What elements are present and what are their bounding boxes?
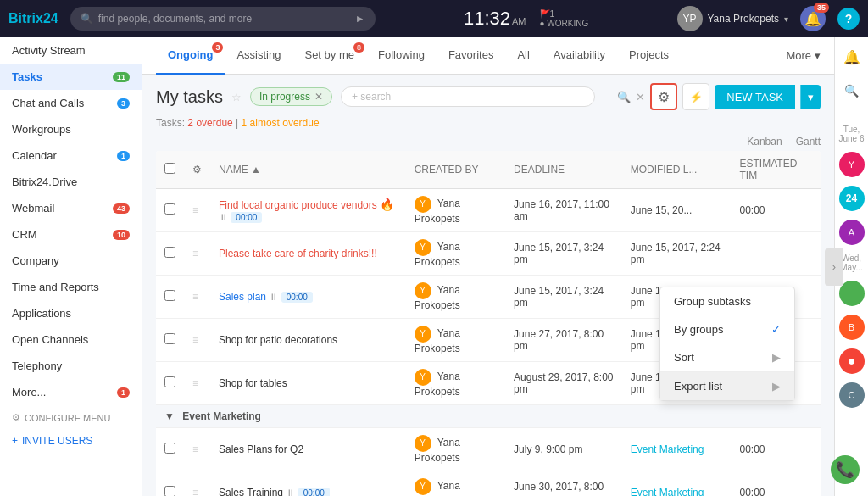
row-checkbox[interactable] <box>164 443 175 454</box>
filter-pill[interactable]: In progress ✕ <box>250 87 332 106</box>
sidebar-item-webmail[interactable]: Webmail 43 <box>0 195 142 221</box>
sidebar-item-company[interactable]: Company <box>0 248 142 274</box>
drag-handle-icon[interactable]: ≡ <box>192 334 198 346</box>
sidebar-item-crm[interactable]: CRM 10 <box>0 221 142 248</box>
settings-dropdown: Group subtasks By groups ✓ Sort ▶ Export… <box>659 287 795 401</box>
row-checkbox[interactable] <box>164 290 175 301</box>
creator-avatar: Y <box>415 435 431 452</box>
search-input[interactable] <box>98 13 355 25</box>
tab-projects[interactable]: Projects <box>617 37 681 75</box>
invite-users[interactable]: + INVITE USERS <box>0 430 142 452</box>
tab-set-by-me[interactable]: Set by me 8 <box>292 37 366 75</box>
right-search-button[interactable]: 🔍 <box>839 78 865 103</box>
clock-ampm: AM <box>512 16 526 26</box>
right-avatar-2[interactable]: A <box>839 220 865 245</box>
gear-icon: ⚙ <box>12 412 20 423</box>
col-estimated: ESTIMATED TIM <box>732 151 821 189</box>
tab-more[interactable]: More ▾ <box>786 49 821 62</box>
sidebar-item-drive[interactable]: Bitrix24.Drive <box>0 169 142 195</box>
sidebar-item-tasks[interactable]: Tasks 11 <box>0 64 142 90</box>
event-tag[interactable]: Event Marketing <box>631 487 704 496</box>
table-header-row: ⚙ NAME ▲ CREATED BY DEADLINE MODIFIED L.… <box>156 151 821 189</box>
new-task-dropdown-button[interactable]: ▾ <box>800 85 821 109</box>
column-settings-icon[interactable]: ⚙ <box>192 164 202 176</box>
phone-button[interactable]: 📞 <box>831 455 860 484</box>
sidebar-item-time-reports[interactable]: Time and Reports <box>0 274 142 300</box>
task-name[interactable]: Sales Plans for Q2 <box>219 443 303 455</box>
topnav-center: 11:32 AM 🚩1 ● WORKING <box>376 9 677 28</box>
row-checkbox[interactable] <box>164 247 175 258</box>
quick-action-button[interactable]: ⚡ <box>682 83 709 110</box>
tab-following[interactable]: Following <box>366 37 437 75</box>
new-task-button[interactable]: NEW TASK <box>715 85 795 109</box>
pause-icon: ⏸ <box>286 488 295 496</box>
sidebar-item-calendar[interactable]: Calendar 1 <box>0 142 142 169</box>
time-tag: 00:00 <box>281 292 313 303</box>
select-all-checkbox[interactable] <box>164 163 175 174</box>
task-name[interactable]: Shop for tables <box>219 377 287 389</box>
tab-availability[interactable]: Availability <box>542 37 617 75</box>
right-avatar-4[interactable]: C <box>839 382 865 408</box>
configure-menu[interactable]: ⚙ CONFIGURE MENU <box>0 405 142 430</box>
gantt-view-toggle[interactable]: Gantt <box>796 136 821 148</box>
sidebar-item-telephony[interactable]: Telephony <box>0 353 142 379</box>
task-name[interactable]: Sales Training <box>219 487 283 496</box>
right-avatar-1[interactable]: Y <box>839 152 865 177</box>
dropdown-item-group-subtasks[interactable]: Group subtasks <box>660 287 794 315</box>
task-search-bar[interactable]: + search <box>341 86 595 107</box>
tab-ongoing[interactable]: Ongoing 3 <box>156 37 225 75</box>
drag-handle-icon[interactable]: ≡ <box>192 377 198 389</box>
set-by-me-badge: 8 <box>353 42 364 53</box>
drag-handle-icon[interactable]: ≡ <box>192 487 198 496</box>
star-icon[interactable]: ☆ <box>231 91 242 103</box>
search-bar[interactable]: 🔍 ► <box>70 7 376 31</box>
task-name[interactable]: Sales plan <box>219 291 266 303</box>
search-submit-icon[interactable]: ► <box>355 13 365 25</box>
section-collapse-icon[interactable]: ▼ <box>164 410 175 422</box>
sidebar-item-activity-stream[interactable]: Activity Stream <box>0 37 142 64</box>
sidebar-item-chat-calls[interactable]: Chat and Calls 3 <box>0 90 142 116</box>
settings-button[interactable]: ⚙ <box>650 83 677 110</box>
dropdown-item-export-list[interactable]: Export list ▶ <box>660 372 794 400</box>
row-checkbox[interactable] <box>164 333 175 344</box>
app-logo: Bitrix24 <box>8 11 58 26</box>
search-tasks-icon[interactable]: 🔍 <box>617 91 631 103</box>
drag-handle-icon[interactable]: ≡ <box>192 248 198 259</box>
dropdown-item-by-groups[interactable]: By groups ✓ <box>660 315 794 343</box>
sidebar-item-workgroups[interactable]: Workgroups <box>0 116 142 142</box>
row-checkbox[interactable] <box>164 376 175 387</box>
dropdown-item-sort[interactable]: Sort ▶ <box>660 343 794 371</box>
flag-icon: 🚩1 <box>540 9 589 19</box>
user-profile[interactable]: YP Yana Prokopets ▾ <box>677 6 789 31</box>
task-name[interactable]: Shop for patio decorations <box>219 334 337 346</box>
drag-handle-icon[interactable]: ≡ <box>192 204 198 216</box>
filter-close-icon[interactable]: ✕ <box>314 91 323 103</box>
help-button[interactable]: ? <box>837 8 860 30</box>
row-checkbox[interactable] <box>164 203 175 215</box>
tab-assisting[interactable]: Assisting <box>225 37 292 75</box>
arrow-icon: ▶ <box>772 380 781 393</box>
right-avatar-3[interactable]: B <box>839 315 865 340</box>
estimated-time <box>732 232 821 276</box>
row-checkbox[interactable] <box>164 486 175 496</box>
tab-favorites[interactable]: Favorites <box>437 37 505 75</box>
creator-avatar: Y <box>415 282 431 299</box>
close-filter-icon[interactable]: ✕ <box>636 91 645 103</box>
kanban-view-toggle[interactable]: Kanban <box>747 136 782 148</box>
right-panel-expand-button[interactable]: › <box>825 248 843 286</box>
sidebar-item-applications[interactable]: Applications <box>0 300 142 326</box>
drag-handle-icon[interactable]: ≡ <box>192 443 198 455</box>
table-section-row: ▼ Event Marketing <box>156 405 821 428</box>
deadline-cell: June 30, 2017, 8:00 am <box>505 471 622 497</box>
table-row: ≡ Sales Plans for Q2 Y Yana Prokopets Ju… <box>156 428 821 471</box>
drag-handle-icon[interactable]: ≡ <box>192 291 198 303</box>
task-name[interactable]: Please take care of charity drinks!!! <box>219 248 377 259</box>
sidebar-item-more[interactable]: More... 1 <box>0 379 142 405</box>
event-tag[interactable]: Event Marketing <box>631 443 704 455</box>
task-name[interactable]: Find local organic produce vendors <box>219 199 377 211</box>
header-actions: 🔍 ✕ ⚙ ⚡ NEW TASK ▾ <box>617 83 821 110</box>
sidebar-item-open-channels[interactable]: Open Channels <box>0 326 142 353</box>
tab-all[interactable]: All <box>505 37 541 75</box>
notifications-button[interactable]: 🔔 35 <box>800 6 826 31</box>
right-notifications-button[interactable]: 🔔 <box>839 44 865 70</box>
